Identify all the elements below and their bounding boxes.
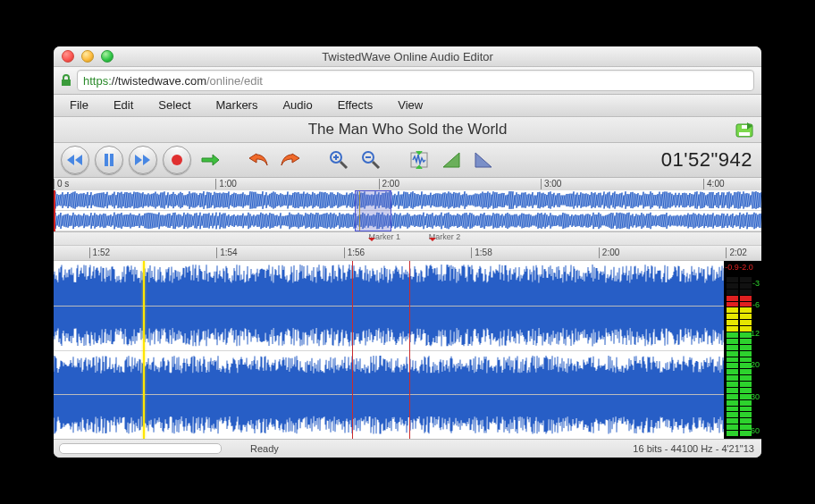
overview-tick: 0 s bbox=[54, 179, 69, 189]
detail-tick: 1:54 bbox=[216, 248, 237, 258]
url-host: //twistedwave.com bbox=[112, 74, 206, 88]
minimize-window-button[interactable] bbox=[81, 50, 94, 63]
toolbar: 01'52"942 bbox=[54, 143, 761, 178]
url-field[interactable]: https://twistedwave.com/online/edit bbox=[77, 70, 754, 91]
svg-rect-1 bbox=[739, 132, 750, 136]
menu-bar: File Edit Select Markers Audio Effects V… bbox=[54, 95, 761, 117]
overview-waveform-right[interactable] bbox=[54, 211, 761, 231]
detail-waveform[interactable] bbox=[54, 261, 724, 439]
pause-button[interactable] bbox=[95, 146, 123, 174]
detail-tick: 1:58 bbox=[471, 248, 492, 258]
marker-line[interactable] bbox=[409, 261, 410, 439]
zoom-out-button[interactable] bbox=[357, 147, 384, 173]
status-text: Ready bbox=[250, 443, 279, 454]
meter-scale-label: -20 bbox=[748, 360, 760, 369]
svg-rect-2 bbox=[742, 125, 747, 129]
peak-reading-left: -0.9 bbox=[725, 263, 739, 275]
url-proto: https: bbox=[83, 74, 112, 88]
svg-line-11 bbox=[373, 162, 379, 168]
overview-tick: 2:00 bbox=[379, 179, 399, 189]
marker-line[interactable] bbox=[352, 261, 353, 439]
document-title: The Man Who Sold the World bbox=[308, 121, 508, 139]
svg-rect-3 bbox=[105, 154, 108, 166]
zoom-in-button[interactable] bbox=[325, 147, 352, 173]
rewind-button[interactable] bbox=[61, 146, 89, 174]
traffic-lights bbox=[54, 50, 113, 63]
detail-waveform-left[interactable] bbox=[54, 261, 724, 351]
record-button[interactable] bbox=[163, 146, 191, 174]
meter-scale-label: -60 bbox=[748, 426, 760, 435]
overview-tick: 4:00 bbox=[703, 179, 724, 189]
document-title-bar: The Man Who Sold the World bbox=[54, 117, 761, 143]
menu-effects[interactable]: Effects bbox=[325, 95, 386, 116]
fade-in-button[interactable] bbox=[438, 147, 465, 173]
meter-scale-label: -3 bbox=[752, 279, 760, 288]
menu-select[interactable]: Select bbox=[146, 95, 203, 116]
menu-file[interactable]: File bbox=[57, 95, 101, 116]
overview-tick: 1:00 bbox=[215, 179, 236, 189]
level-meter: -0.9 -2.0 -3 -6 -12 -20 -30 -60 bbox=[724, 261, 761, 439]
detail-tick: 2:02 bbox=[726, 248, 746, 258]
menu-view[interactable]: View bbox=[385, 95, 435, 116]
detail-waveform-right[interactable] bbox=[54, 350, 724, 440]
save-icon[interactable] bbox=[735, 121, 754, 143]
app-window: TwistedWave Online Audio Editor https://… bbox=[54, 46, 761, 458]
detail-tick: 1:56 bbox=[344, 248, 365, 258]
redo-button[interactable] bbox=[277, 147, 304, 173]
menu-audio[interactable]: Audio bbox=[270, 95, 324, 116]
menu-edit[interactable]: Edit bbox=[101, 95, 146, 116]
meter-scale-label: -30 bbox=[748, 392, 760, 401]
meter-scale-label: -12 bbox=[748, 329, 760, 338]
overview-start-marker bbox=[54, 190, 55, 231]
goto-playhead-button[interactable] bbox=[197, 147, 223, 173]
lock-icon bbox=[61, 74, 71, 87]
svg-line-7 bbox=[340, 162, 347, 168]
menu-markers[interactable]: Markers bbox=[204, 95, 271, 116]
address-bar: https://twistedwave.com/online/edit bbox=[54, 67, 761, 95]
zoom-window-button[interactable] bbox=[101, 50, 113, 63]
detail-area: -0.9 -2.0 -3 -6 -12 -20 -30 -60 bbox=[54, 261, 761, 439]
meter-scale-label: -6 bbox=[752, 300, 760, 309]
detail-tick: 2:00 bbox=[599, 248, 619, 258]
detail-ruler[interactable]: 1:52 1:54 1:56 1:58 2:00 2:02 bbox=[54, 246, 761, 261]
time-display: 01'52"942 bbox=[661, 143, 752, 177]
detail-tick: 1:52 bbox=[89, 248, 110, 258]
close-window-button[interactable] bbox=[62, 50, 74, 63]
fade-out-button[interactable] bbox=[470, 147, 497, 173]
svg-rect-4 bbox=[110, 154, 113, 166]
fast-forward-button[interactable] bbox=[129, 146, 157, 174]
url-path: /online/edit bbox=[206, 74, 263, 88]
playhead-cursor[interactable] bbox=[143, 261, 145, 439]
loading-progress bbox=[59, 443, 222, 454]
normalize-button[interactable] bbox=[406, 147, 433, 173]
status-bar: Ready 16 bits - 44100 Hz - 4'21"13 bbox=[54, 439, 761, 458]
meter-bar-left bbox=[727, 277, 738, 437]
overview-panel[interactable]: 0 s 1:00 2:00 3:00 4:00 bbox=[54, 178, 761, 232]
window-title: TwistedWave Online Audio Editor bbox=[54, 50, 761, 63]
marker-arrow-icon[interactable] bbox=[368, 238, 375, 245]
overview-ruler[interactable]: 0 s 1:00 2:00 3:00 4:00 bbox=[54, 178, 761, 191]
markers-strip[interactable]: Marker 1 Marker 2 bbox=[54, 232, 761, 246]
peak-reading-right: -2.0 bbox=[739, 263, 753, 275]
overview-tick: 3:00 bbox=[541, 179, 561, 189]
file-info: 16 bits - 44100 Hz - 4'21"13 bbox=[633, 443, 754, 454]
svg-point-5 bbox=[172, 155, 182, 165]
titlebar: TwistedWave Online Audio Editor bbox=[54, 46, 761, 67]
undo-button[interactable] bbox=[245, 147, 272, 173]
marker-arrow-icon[interactable] bbox=[429, 238, 436, 245]
meter-bar-right bbox=[740, 277, 752, 437]
overview-waveform-left[interactable] bbox=[54, 190, 761, 211]
overview-view-window[interactable] bbox=[355, 190, 392, 231]
